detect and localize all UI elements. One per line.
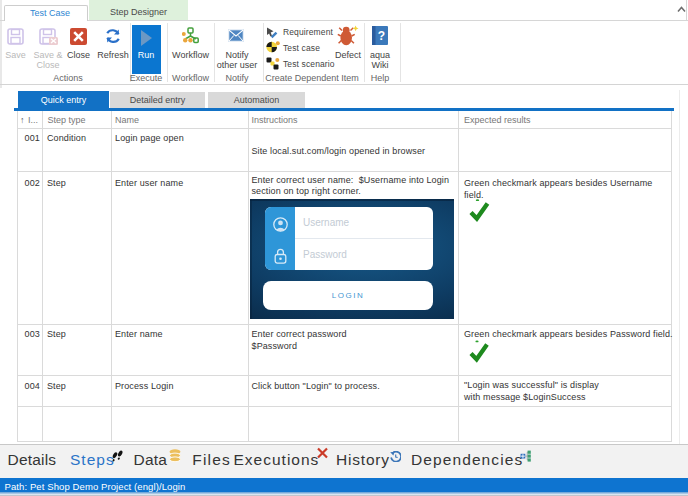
- svg-text:?: ?: [378, 29, 385, 43]
